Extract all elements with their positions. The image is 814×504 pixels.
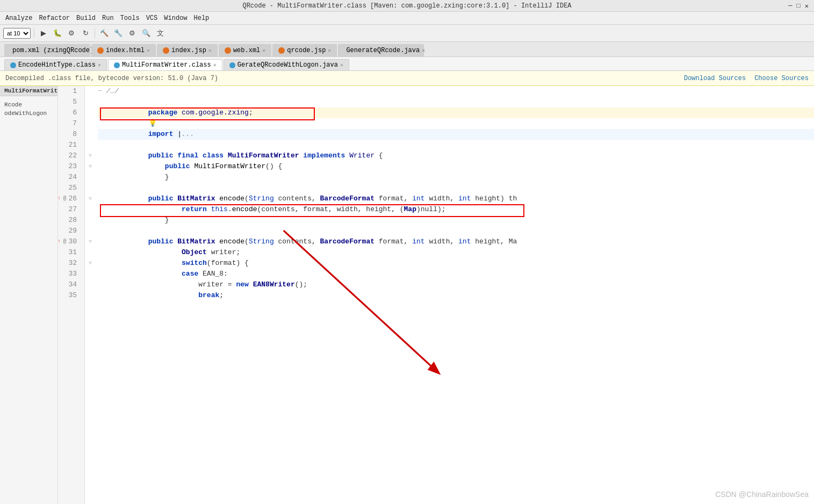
code-line-31: Object writer; (98, 247, 814, 258)
line-24: 24 (58, 172, 80, 183)
left-gutter-label-1: odeWithLogon (4, 110, 47, 117)
kw-switch-32: switch (182, 258, 207, 269)
code-content[interactable]: − /…/ package com.google.zxing; 💡 import… (96, 86, 814, 504)
tab-close-genqr[interactable]: ✕ (422, 47, 425, 54)
line-5: 5 (58, 97, 80, 107)
menu-tools[interactable]: Tools (117, 13, 143, 23)
menu-refactor[interactable]: Refactor (35, 13, 73, 23)
tab-close-grqr[interactable]: ✕ (340, 62, 343, 68)
project-selector[interactable]: at 10 (3, 28, 31, 39)
line-33: 33 (58, 269, 80, 279)
fold-31 (85, 247, 96, 258)
code-line-21 (98, 140, 814, 150)
fold-icon-23[interactable]: ▽ (89, 161, 91, 172)
tab-index-jsp[interactable]: index.jsp ✕ (157, 44, 218, 56)
close-btn[interactable]: ✕ (805, 2, 809, 10)
fold-28 (85, 215, 96, 226)
left-gutter-title: MultiFormatWriter (0, 86, 57, 96)
menu-window[interactable]: Window (161, 13, 190, 23)
minimize-btn[interactable]: — (788, 2, 792, 10)
info-bar-message: Decompiled .class file, bytecode version… (5, 75, 218, 82)
code-line-35: break; (98, 290, 814, 301)
rebuild-btn[interactable]: 🔧 (112, 27, 124, 39)
tab-close-mfw[interactable]: ✕ (213, 62, 217, 68)
fold-29 (85, 226, 96, 236)
translate-btn[interactable]: 文 (154, 27, 166, 39)
download-sources-link[interactable]: Download Sources (684, 75, 746, 82)
tab-encode-hint[interactable]: EncodeHintType.class ✕ (4, 59, 107, 70)
fold-icon-26[interactable]: ▽ (89, 193, 91, 204)
tab-close-webxml[interactable]: ✕ (262, 47, 265, 54)
menu-build[interactable]: Build (73, 13, 99, 23)
sync-btn[interactable]: ↻ (80, 27, 91, 39)
fold-30: ▽ (85, 236, 96, 247)
tab-gerate-qrcode[interactable]: GerateQRcodeWithLogon.java ✕ (224, 59, 349, 70)
kw-int-h-30: int (458, 236, 471, 247)
kw-new-34: new (236, 279, 248, 290)
toolbar: at 10 ▶ 🐛 ⚙ ↻ 🔨 🔧 ⚙ 🔍 文 (0, 25, 814, 42)
menu-vcs[interactable]: VCS (143, 13, 161, 23)
tab-qrcode-jsp[interactable]: qrcode.jsp ✕ (272, 44, 337, 56)
run-config-btn[interactable]: ⚙ (66, 27, 77, 39)
menu-help[interactable]: Help (191, 13, 213, 23)
debug-btn[interactable]: 🐛 (52, 27, 63, 39)
menu-bar: Analyze Refactor Build Run Tools VCS Win… (0, 12, 814, 25)
var-writer-31: writer; (211, 247, 241, 258)
search-btn[interactable]: 🔍 (140, 27, 152, 39)
left-gutter-item-1[interactable]: odeWithLogon (0, 109, 57, 118)
lightbulb-icon[interactable]: 💡 (148, 118, 157, 129)
fold-icon-30[interactable]: ▽ (89, 236, 91, 247)
paren-close-34: (); (295, 279, 307, 290)
tab-icon-grqr (229, 62, 235, 68)
fold-22: ▽ (85, 150, 96, 161)
cls-object-31: Object (182, 247, 207, 258)
tab-close-encode[interactable]: ✕ (98, 62, 101, 68)
toolbar-separator-2 (95, 28, 95, 38)
code-line-32: switch(format) { (98, 258, 814, 269)
fold-icon-32[interactable]: ▽ (89, 258, 91, 269)
fold-gutter: ▽ ▽ ▽ ▽ ▽ (85, 86, 96, 504)
writer-assign-34: writer = (198, 279, 232, 290)
tab-pom-xml[interactable]: pom.xml (zxingQRcode) ✕ (4, 44, 90, 56)
menu-run[interactable]: Run (99, 13, 117, 23)
maximize-btn[interactable]: □ (797, 2, 801, 10)
paren-30: ( (244, 236, 249, 247)
tab-index-html[interactable]: index.html ✕ (91, 44, 156, 56)
fold-6 (85, 107, 96, 118)
line-26: ↑ @ 26 (58, 193, 80, 204)
tab-close-jsp[interactable]: ✕ (208, 47, 212, 54)
left-gutter-item-0[interactable]: Rcode (0, 100, 57, 109)
tab-multiformat-writer[interactable]: MultiFormatWriter.class ✕ (108, 59, 222, 70)
code-line-34: writer = new EAN8Writer(); (98, 279, 814, 290)
kw-import: import (148, 129, 174, 140)
code-line-25 (98, 183, 814, 193)
tab-close-qrjsp[interactable]: ✕ (328, 47, 331, 54)
fn-constructor: MultiFormatWriter (194, 161, 265, 172)
choose-sources-link[interactable]: Choose Sources (754, 75, 809, 82)
fn-encode-30: encode (219, 236, 244, 247)
kw-string-26: String (249, 193, 274, 204)
fold-icon-22[interactable]: ▽ (89, 150, 91, 161)
menu-analyze[interactable]: Analyze (2, 13, 35, 23)
tab-generate-qrcode[interactable]: GenerateQRcode.java ✕ (338, 44, 424, 56)
param-contents-26: contents, (278, 193, 316, 204)
settings-btn[interactable]: ⚙ (126, 27, 138, 39)
build-btn[interactable]: 🔨 (98, 27, 110, 39)
run-btn[interactable]: ▶ (38, 27, 49, 39)
brace-close-24: } (165, 172, 169, 183)
tab-icon-jsp (163, 47, 169, 54)
inner-tab-bar: EncodeHintType.class ✕ MultiFormatWriter… (0, 57, 814, 71)
left-gutter-label-0: Rcode (4, 102, 22, 108)
tab-close-html[interactable]: ✕ (147, 47, 150, 54)
null-27: )null); (416, 204, 446, 215)
kw-class: class (203, 150, 224, 161)
fold-32: ▽ (85, 258, 96, 269)
fold-26: ▽ (85, 193, 96, 204)
fold-33 (85, 269, 96, 279)
code-line-27: return this.encode(contents, format, wid… (98, 204, 814, 215)
param-height-30: height, Ma (475, 236, 517, 247)
kw-public-23: public (165, 161, 190, 172)
kw-string-30: String (249, 236, 274, 247)
cls-ean8writer: EAN8Writer (253, 279, 295, 290)
tab-web-xml[interactable]: web.xml ✕ (219, 44, 271, 56)
